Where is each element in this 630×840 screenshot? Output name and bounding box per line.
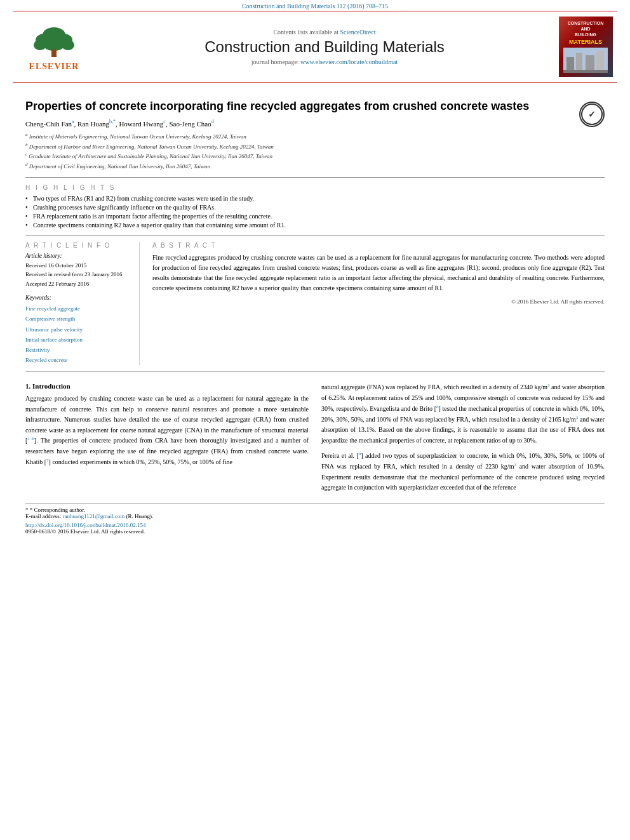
svg-text:✓: ✓ bbox=[588, 109, 596, 119]
keyword-1: Fine recycled aggregate bbox=[25, 303, 131, 314]
article-history-title: Article history: bbox=[25, 253, 131, 259]
revised-date: Received in revised form 23 January 2016 bbox=[25, 270, 131, 279]
cover-title-text: Construction and Building bbox=[568, 20, 603, 37]
cover-photo bbox=[563, 48, 608, 73]
email-line: E-mail address: ranhuang1121@gmail.com (… bbox=[25, 513, 605, 519]
article-info-inner: A R T I C L E I N F O Article history: R… bbox=[25, 242, 140, 365]
corresponding-text: * Corresponding author. bbox=[30, 507, 85, 513]
article-info-label: A R T I C L E I N F O bbox=[25, 242, 131, 249]
svg-point-5 bbox=[34, 40, 46, 50]
doi-line: http://dx.doi.org/10.1016/j.conbuildmat.… bbox=[25, 522, 605, 528]
citation-text: Construction and Building Materials 112 … bbox=[242, 3, 388, 10]
crossmark-area[interactable]: ✓ bbox=[579, 102, 605, 127]
article-info-abstract: A R T I C L E I N F O Article history: R… bbox=[25, 242, 605, 365]
highlight-item: Two types of FRAs (R1 and R2) from crush… bbox=[25, 195, 605, 202]
accepted-date: Accepted 22 February 2016 bbox=[25, 279, 131, 288]
paper-title: Properties of concrete incorporating fin… bbox=[25, 99, 605, 114]
keyword-4: Initial surface absorption bbox=[25, 335, 131, 345]
highlights-section: H I G H L I G H T S Two types of FRAs (R… bbox=[25, 184, 605, 229]
email-label: E-mail address: bbox=[25, 513, 61, 519]
elsevier-tree-icon bbox=[29, 22, 79, 60]
sciencedirect-line: Contents lists available at ScienceDirec… bbox=[95, 29, 554, 36]
svg-rect-12 bbox=[563, 70, 608, 73]
keywords-title: Keywords: bbox=[25, 295, 131, 301]
body-col-left: 1. Introduction Aggregate produced by cr… bbox=[25, 382, 309, 493]
intro-col2-para1: natural aggregate (FNA) was replaced by … bbox=[321, 382, 605, 446]
highlight-item: Crushing processes have significantly in… bbox=[25, 204, 605, 211]
body-two-col: 1. Introduction Aggregate produced by cr… bbox=[25, 382, 605, 493]
author-3: Howard Hwangc, bbox=[119, 120, 169, 128]
intro-section: 1. Introduction Aggregate produced by cr… bbox=[25, 382, 605, 493]
journal-main-title: Construction and Building Materials bbox=[95, 38, 554, 56]
abstract-text: Fine recycled aggregates produced by cru… bbox=[152, 253, 605, 293]
journal-cover-image: Construction and Building MATERIALS bbox=[559, 17, 613, 77]
homepage-prefix: journal homepage: bbox=[251, 58, 300, 65]
elsevier-logo: ELSEVIER bbox=[29, 22, 79, 72]
abstract-section: A B S T R A C T Fine recycled aggregates… bbox=[152, 242, 605, 365]
body-col-right: natural aggregate (FNA) was replaced by … bbox=[321, 382, 605, 493]
author-4: Sao-Jeng Chaod bbox=[169, 120, 213, 128]
keyword-5: Resistivity bbox=[25, 345, 131, 355]
received-date: Received 16 October 2015 bbox=[25, 261, 131, 270]
keywords-group: Keywords: Fine recycled aggregate Compre… bbox=[25, 295, 131, 365]
homepage-url[interactable]: www.elsevier.com/locate/conbuildmat bbox=[300, 58, 398, 65]
contents-text: Contents lists available at bbox=[273, 29, 338, 36]
author-email[interactable]: ranhuang1121@gmail.com bbox=[62, 513, 124, 519]
article-history: Article history: Received 16 October 201… bbox=[25, 253, 131, 288]
affiliation-b: b Department of Harbor and River Enginee… bbox=[25, 142, 605, 152]
intro-col1-para1: Aggregate produced by crushing concrete … bbox=[25, 394, 309, 467]
issn-line: 0950-0618/© 2016 Elsevier Ltd. All right… bbox=[25, 528, 605, 535]
keyword-3: Ultrasonic pulse velocity bbox=[25, 324, 131, 335]
cover-materials-text: MATERIALS bbox=[569, 39, 602, 45]
journal-cover-area: Construction and Building MATERIALS bbox=[554, 17, 617, 77]
crossmark-icon: ✓ bbox=[579, 102, 605, 127]
divider-1 bbox=[25, 177, 605, 178]
intro-heading-text: Introduction bbox=[32, 382, 70, 390]
footer-note: * * Corresponding author. E-mail address… bbox=[25, 503, 605, 535]
divider-3 bbox=[25, 371, 605, 372]
keyword-6: Recycled concrete bbox=[25, 355, 131, 365]
author-2: Ran Huangb,*, bbox=[77, 120, 119, 128]
journal-header: ELSEVIER Contents lists available at Sci… bbox=[13, 11, 617, 83]
svg-point-6 bbox=[62, 40, 74, 50]
intro-heading: 1. Introduction bbox=[25, 382, 309, 390]
highlight-item: FRA replacement ratio is an important fa… bbox=[25, 213, 605, 220]
affiliations: a Institute of Materials Engineering, Na… bbox=[25, 131, 605, 171]
footnote-star: * bbox=[25, 507, 30, 513]
highlights-list: Two types of FRAs (R1 and R2) from crush… bbox=[25, 195, 605, 229]
affiliation-d: d Department of Civil Engineering, Natio… bbox=[25, 161, 605, 171]
intro-num: 1. bbox=[25, 382, 30, 390]
copyright-line: © 2016 Elsevier Ltd. All rights reserved… bbox=[152, 298, 605, 305]
highlights-label: H I G H L I G H T S bbox=[25, 184, 605, 191]
elsevier-logo-area: ELSEVIER bbox=[13, 17, 95, 77]
journal-homepage-line: journal homepage: www.elsevier.com/locat… bbox=[95, 58, 554, 65]
article-info-panel: A R T I C L E I N F O Article history: R… bbox=[25, 242, 140, 365]
divider-2 bbox=[25, 235, 605, 236]
author-1: Cheng-Chih Fana, bbox=[25, 120, 77, 128]
svg-rect-11 bbox=[596, 51, 604, 73]
crossmark-svg: ✓ bbox=[580, 103, 603, 126]
sciencedirect-link[interactable]: ScienceDirect bbox=[340, 29, 375, 36]
cover-photo-svg bbox=[563, 48, 608, 73]
citation-bar: Construction and Building Materials 112 … bbox=[0, 0, 630, 11]
paper-title-section: ✓ Properties of concrete incorporating f… bbox=[25, 99, 605, 114]
abstract-label: A B S T R A C T bbox=[152, 242, 605, 249]
doi-link[interactable]: http://dx.doi.org/10.1016/j.conbuildmat.… bbox=[25, 522, 146, 528]
svg-rect-4 bbox=[51, 50, 57, 57]
highlight-item: Concrete specimens containing R2 have a … bbox=[25, 222, 605, 229]
journal-title-area: Contents lists available at ScienceDirec… bbox=[95, 17, 554, 77]
email-note: (R. Huang). bbox=[126, 513, 153, 519]
main-content: ✓ Properties of concrete incorporating f… bbox=[0, 83, 630, 541]
elsevier-wordmark: ELSEVIER bbox=[29, 62, 79, 72]
authors-line: Cheng-Chih Fana, Ran Huangb,*, Howard Hw… bbox=[25, 119, 605, 128]
corresponding-note: * * Corresponding author. bbox=[25, 507, 605, 513]
keyword-2: Compressive strength bbox=[25, 314, 131, 324]
intro-col2-para2: Pereira et al. [9] added two types of su… bbox=[321, 451, 605, 493]
affiliation-a: a Institute of Materials Engineering, Na… bbox=[25, 131, 605, 142]
affiliation-c: c Graduate Institute of Architecture and… bbox=[25, 151, 605, 161]
